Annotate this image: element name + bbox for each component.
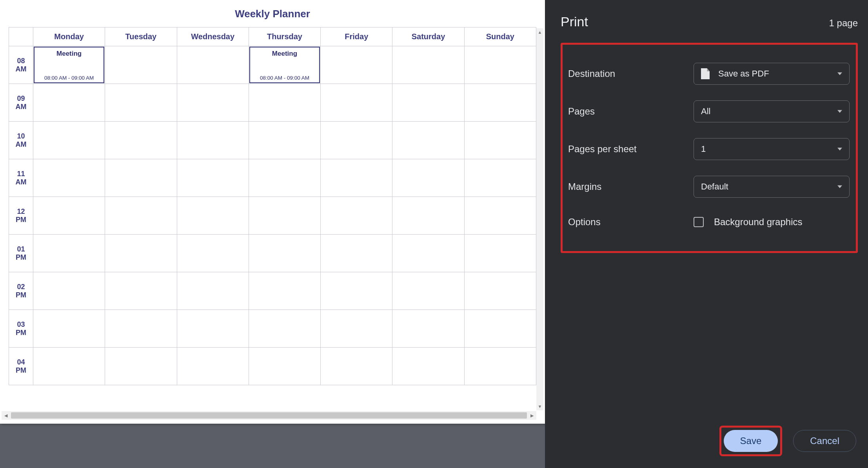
time-ampm: AM — [16, 65, 27, 73]
planner-cell — [177, 235, 249, 272]
planner-cell — [177, 272, 249, 310]
destination-value: Save as PDF — [718, 69, 769, 79]
planner-cell — [321, 272, 392, 310]
pages-per-sheet-select[interactable]: 1 — [694, 138, 850, 160]
time-slot: 01PM — [9, 235, 33, 272]
planner-cell — [249, 235, 320, 272]
time-ampm: PM — [16, 329, 26, 337]
calendar-event[interactable]: Meeting08:00 AM - 09:00 AM — [34, 47, 104, 83]
planner-cell — [105, 235, 177, 272]
scroll-left-arrow-icon[interactable]: ◀ — [2, 411, 10, 420]
chevron-down-icon — [837, 110, 842, 113]
event-time: 08:00 AM - 09:00 AM — [44, 75, 94, 81]
planner-cell — [105, 84, 177, 122]
cancel-button[interactable]: Cancel — [793, 430, 856, 452]
chevron-down-icon — [837, 148, 842, 151]
planner-cell — [321, 159, 392, 197]
planner-cell — [321, 197, 392, 235]
planner-cell — [392, 197, 464, 235]
panel-footer: Save Cancel — [719, 426, 856, 456]
planner-cell — [33, 159, 105, 197]
time-hour: 03 — [17, 320, 25, 328]
planner-cell — [105, 122, 177, 159]
page-count: 1 page — [829, 18, 858, 29]
time-ampm: AM — [16, 178, 27, 186]
calendar-event[interactable]: Meeting08:00 AM - 09:00 AM — [249, 47, 320, 83]
event-time: 08:00 AM - 09:00 AM — [260, 75, 309, 81]
pages-per-sheet-label: Pages per sheet — [568, 144, 694, 155]
preview-horizontal-scrollbar[interactable]: ◀ ▶ — [2, 411, 536, 420]
background-graphics-checkbox[interactable] — [694, 217, 704, 227]
time-hour: 12 — [17, 208, 25, 215]
planner-table: Monday Tuesday Wednesday Thursday Friday… — [9, 27, 536, 385]
planner-cell — [249, 122, 320, 159]
event-title: Meeting — [272, 50, 297, 58]
margins-value: Default — [701, 182, 728, 192]
time-column-header — [9, 27, 33, 46]
planner-cell — [249, 272, 320, 310]
day-header-saturday: Saturday — [392, 27, 464, 46]
planner-cell — [33, 235, 105, 272]
day-header-monday: Monday — [33, 27, 105, 46]
planner-cell — [249, 159, 320, 197]
planner-cell — [105, 348, 177, 385]
planner-cell — [177, 310, 249, 348]
planner-cell — [249, 197, 320, 235]
margins-label: Margins — [568, 181, 694, 192]
time-slot: 10AM — [9, 122, 33, 159]
pages-value: All — [701, 106, 710, 117]
day-header-tuesday: Tuesday — [105, 27, 177, 46]
planner-cell — [105, 46, 177, 84]
planner-cell — [464, 84, 536, 122]
planner-cell — [177, 197, 249, 235]
time-ampm: PM — [16, 291, 26, 299]
planner-cell — [392, 46, 464, 84]
panel-heading: Print — [561, 14, 588, 29]
horizontal-scroll-thumb[interactable] — [11, 412, 527, 419]
planner-cell — [249, 310, 320, 348]
margins-select[interactable]: Default — [694, 176, 850, 198]
planner-cell — [464, 122, 536, 159]
planner-cell — [249, 348, 320, 385]
planner-cell — [105, 197, 177, 235]
time-ampm: AM — [16, 140, 27, 148]
time-ampm: AM — [16, 103, 27, 111]
time-ampm: PM — [16, 253, 26, 261]
time-slot: 02PM — [9, 272, 33, 310]
pages-label: Pages — [568, 106, 694, 117]
time-slot: 09AM — [9, 84, 33, 122]
day-header-thursday: Thursday — [249, 27, 320, 46]
destination-select[interactable]: Save as PDF — [694, 63, 850, 85]
time-slot: 08AM — [9, 46, 33, 84]
planner-cell — [321, 235, 392, 272]
planner-cell: Meeting08:00 AM - 09:00 AM — [33, 46, 105, 84]
save-button[interactable]: Save — [724, 430, 778, 452]
planner-title: Weekly Planner — [9, 8, 536, 20]
planner-scroll-area[interactable]: Monday Tuesday Wednesday Thursday Friday… — [9, 27, 536, 404]
planner-cell — [392, 84, 464, 122]
planner-cell — [392, 348, 464, 385]
pages-select[interactable]: All — [694, 100, 850, 122]
planner-cell — [321, 84, 392, 122]
preview-vertical-scrollbar[interactable]: ▲ ▼ — [536, 28, 543, 410]
time-hour: 09 — [17, 95, 25, 102]
planner-cell — [321, 122, 392, 159]
pdf-file-icon — [701, 68, 710, 79]
planner-cell — [464, 197, 536, 235]
planner-cell — [177, 46, 249, 84]
scroll-right-arrow-icon[interactable]: ▶ — [528, 411, 536, 420]
pages-per-sheet-value: 1 — [701, 144, 706, 154]
planner-cell — [177, 122, 249, 159]
time-hour: 02 — [17, 283, 25, 291]
time-slot: 11AM — [9, 159, 33, 197]
planner-cell — [33, 272, 105, 310]
time-hour: 01 — [17, 245, 25, 253]
time-hour: 08 — [17, 57, 25, 65]
planner-cell — [105, 310, 177, 348]
time-hour: 11 — [17, 170, 25, 178]
scroll-down-arrow-icon[interactable]: ▼ — [536, 402, 543, 410]
planner-cell — [464, 348, 536, 385]
planner-cell — [464, 235, 536, 272]
planner-cell — [33, 348, 105, 385]
scroll-up-arrow-icon[interactable]: ▲ — [536, 28, 543, 36]
